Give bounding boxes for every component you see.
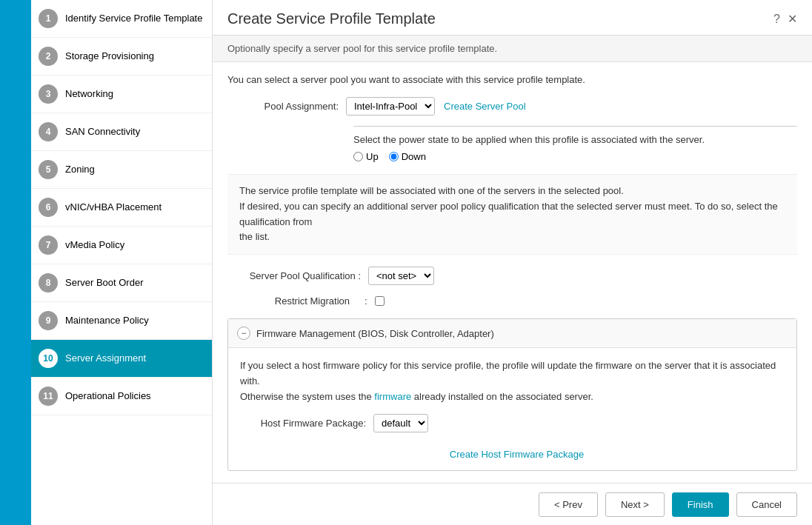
power-up-label: Up [366, 151, 379, 162]
close-button[interactable]: ✕ [788, 12, 797, 26]
power-up-option[interactable]: Up [353, 151, 379, 162]
sidebar-item-6[interactable]: 6 vNIC/vHBA Placement [31, 189, 212, 227]
power-state-radio-group: Up Down [353, 151, 797, 162]
left-stripe [0, 0, 31, 525]
next-button[interactable]: Next > [605, 492, 665, 517]
collapse-button[interactable]: − [237, 327, 250, 340]
host-firmware-select[interactable]: default [373, 414, 428, 432]
server-pool-qual-label: Server Pool Qualification : [227, 270, 368, 281]
dialog-title-icons: ? ✕ [773, 12, 797, 26]
step-num-2: 2 [39, 47, 58, 66]
sidebar-item-10[interactable]: 10 Server Assignment [31, 340, 212, 378]
sidebar-label-7: vMedia Policy [65, 239, 124, 252]
pool-assignment-label: Pool Assignment: [227, 101, 346, 112]
cancel-button[interactable]: Cancel [736, 492, 797, 517]
restrict-migration-label: Restrict Migration [227, 295, 357, 307]
dialog-footer: < Prev Next > Finish Cancel [213, 483, 812, 525]
sidebar-label-9: Maintenance Policy [65, 315, 149, 327]
sidebar: 1 Identify Service Profile Template 2 St… [31, 0, 213, 525]
firmware-body: If you select a host firmware policy for… [228, 348, 796, 469]
restrict-migration-colon: : [357, 295, 375, 307]
pool-info-line2: If desired, you can specify an additiona… [239, 201, 778, 227]
prev-button[interactable]: < Prev [539, 492, 598, 517]
sidebar-label-11: Operational Policies [65, 390, 151, 403]
step-num-8: 8 [39, 273, 58, 292]
power-up-radio[interactable] [353, 152, 363, 161]
server-pool-qual-row: Server Pool Qualification : <not set> [227, 267, 797, 285]
step-num-7: 7 [39, 235, 58, 255]
server-pool-qual-select[interactable]: <not set> [368, 267, 434, 285]
dialog: Create Service Profile Template ? ✕ Opti… [213, 0, 812, 525]
pool-assignment-row: Pool Assignment: Intel-Infra-Pool Create… [227, 97, 797, 116]
pool-assignment-select[interactable]: Intel-Infra-Pool [346, 97, 435, 116]
power-down-radio[interactable] [389, 152, 399, 161]
step-num-6: 6 [39, 198, 58, 217]
sidebar-label-4: SAN Connectivity [65, 126, 140, 138]
sidebar-item-2[interactable]: 2 Storage Provisioning [31, 38, 212, 76]
finish-button[interactable]: Finish [672, 492, 729, 517]
firmware-desc-2: Otherwise the system uses the firmware a… [240, 391, 593, 402]
host-firmware-label: Host Firmware Package: [240, 418, 373, 429]
dialog-title-bar: Create Service Profile Template ? ✕ [213, 0, 812, 36]
sidebar-label-10: Server Assignment [65, 352, 146, 365]
step-num-5: 5 [39, 160, 58, 179]
create-server-pool-link[interactable]: Create Server Pool [444, 101, 526, 112]
firmware-title: Firmware Management (BIOS, Disk Controll… [256, 328, 494, 339]
pool-info-line1: The service profile template will be ass… [239, 185, 624, 196]
firmware-link[interactable]: firmware [374, 391, 411, 402]
pool-info-text: The service profile template will be ass… [227, 174, 797, 255]
sidebar-item-8[interactable]: 8 Server Boot Order [31, 264, 212, 302]
step-num-1: 1 [39, 9, 58, 28]
restrict-migration-checkbox[interactable] [375, 296, 385, 306]
pool-info-line3: the list. [239, 231, 270, 242]
content-body: You can select a server pool you want to… [213, 62, 812, 483]
sidebar-item-5[interactable]: 5 Zoning [31, 151, 212, 189]
main-content: Create Service Profile Template ? ✕ Opti… [213, 0, 812, 525]
sidebar-item-3[interactable]: 3 Networking [31, 76, 212, 113]
power-state-section: Select the power state to be applied whe… [353, 126, 797, 162]
firmware-desc: If you select a host firmware policy for… [240, 358, 785, 404]
sidebar-label-5: Zoning [65, 164, 95, 176]
host-firmware-row: Host Firmware Package: default [240, 414, 785, 432]
step-num-9: 9 [39, 311, 58, 330]
sidebar-item-4[interactable]: 4 SAN Connectivity [31, 113, 212, 151]
sidebar-label-8: Server Boot Order [65, 277, 144, 290]
sidebar-label-2: Storage Provisioning [65, 50, 154, 63]
step-num-10: 10 [39, 349, 58, 368]
sidebar-label-1: Identify Service Profile Template [65, 13, 202, 25]
firmware-header[interactable]: − Firmware Management (BIOS, Disk Contro… [228, 319, 796, 348]
sidebar-item-7[interactable]: 7 vMedia Policy [31, 227, 212, 264]
restrict-migration-row: Restrict Migration : [227, 295, 797, 307]
power-down-label: Down [402, 151, 426, 162]
step-num-4: 4 [39, 122, 58, 141]
sidebar-item-1[interactable]: 1 Identify Service Profile Template [31, 0, 212, 38]
info-banner: Optionally specify a server pool for thi… [213, 36, 812, 62]
step-num-11: 11 [39, 387, 58, 406]
section-desc: You can select a server pool you want to… [227, 74, 797, 85]
sidebar-item-11[interactable]: 11 Operational Policies [31, 378, 212, 415]
dialog-title: Create Service Profile Template [227, 10, 436, 27]
firmware-desc-1: If you select a host firmware policy for… [240, 360, 776, 387]
create-firmware-container: Create Host Firmware Package [240, 443, 785, 460]
sidebar-item-9[interactable]: 9 Maintenance Policy [31, 302, 212, 340]
sidebar-label-6: vNIC/vHBA Placement [65, 201, 162, 214]
power-state-desc: Select the power state to be applied whe… [353, 134, 797, 145]
firmware-panel: − Firmware Management (BIOS, Disk Contro… [227, 318, 797, 470]
sidebar-label-3: Networking [65, 88, 113, 101]
help-button[interactable]: ? [773, 13, 780, 26]
create-firmware-link[interactable]: Create Host Firmware Package [450, 449, 584, 460]
dialog-content: Optionally specify a server pool for thi… [213, 36, 812, 483]
step-num-3: 3 [39, 84, 58, 104]
power-down-option[interactable]: Down [389, 151, 426, 162]
